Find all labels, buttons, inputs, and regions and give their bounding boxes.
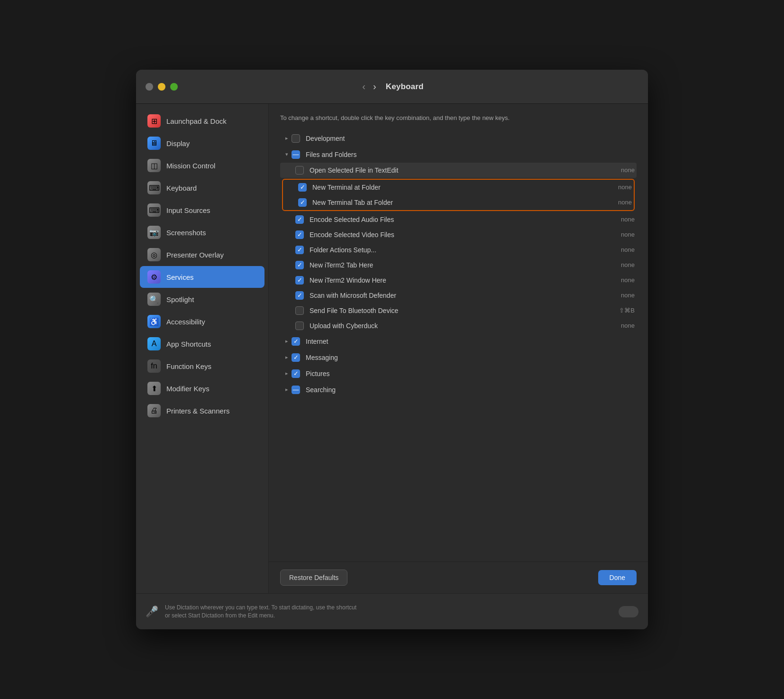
sidebar-item-fnkeys[interactable]: fnFunction Keys xyxy=(140,355,264,377)
service-checkbox[interactable]: ✓ xyxy=(298,183,307,192)
category-row-pictures[interactable]: ▸✓Pictures xyxy=(280,366,637,382)
sidebar-item-keyboard[interactable]: ⌨Keyboard xyxy=(140,177,264,199)
sidebar-item-input[interactable]: ⌨Input Sources xyxy=(140,199,264,221)
category-checkbox-messaging[interactable]: ✓ xyxy=(292,353,300,362)
service-label: New iTerm2 Window Here xyxy=(310,276,599,284)
sidebar-item-mission[interactable]: ◫Mission Control xyxy=(140,155,264,176)
category-row-development[interactable]: ▸Development xyxy=(280,130,637,147)
service-checkbox[interactable]: ✓ xyxy=(295,215,304,224)
service-checkbox[interactable]: ✓ xyxy=(295,246,304,254)
service-shortcut: none xyxy=(606,292,635,299)
sidebar: ⊞Launchpad & Dock🖥Display◫Mission Contro… xyxy=(136,104,269,593)
category-checkbox-development[interactable] xyxy=(292,134,300,143)
nav-forward-button[interactable]: › xyxy=(371,81,378,92)
sidebar-item-spotlight[interactable]: 🔍Spotlight xyxy=(140,288,264,310)
chevron-icon: ▸ xyxy=(282,354,292,360)
service-shortcut: none xyxy=(603,184,632,191)
service-checkbox[interactable] xyxy=(295,322,304,330)
service-checkbox[interactable]: ✓ xyxy=(298,198,307,207)
sidebar-item-label: Launchpad & Dock xyxy=(166,117,227,125)
close-button[interactable] xyxy=(146,83,153,91)
service-checkbox[interactable] xyxy=(295,166,304,175)
service-checkbox[interactable] xyxy=(295,306,304,315)
service-row[interactable]: ✓Encode Selected Video Filesnone xyxy=(280,227,637,242)
service-row[interactable]: ✓Encode Selected Audio Filesnone xyxy=(280,212,637,227)
category-label: Pictures xyxy=(306,370,330,377)
maximize-button[interactable] xyxy=(170,83,178,91)
titlebar: ‹ › Keyboard xyxy=(136,70,648,104)
nav-arrows: ‹ › xyxy=(360,81,378,92)
sidebar-item-display[interactable]: 🖥Display xyxy=(140,132,264,154)
category-checkbox-files_and_folders[interactable]: — xyxy=(292,150,300,159)
mission-icon: ◫ xyxy=(147,159,161,172)
service-row[interactable]: ✓New iTerm2 Tab Herenone xyxy=(280,258,637,273)
service-shortcut: none xyxy=(606,276,635,284)
service-checkbox[interactable]: ✓ xyxy=(295,291,304,300)
keyboard-icon: ⌨ xyxy=(147,181,161,194)
service-label: New Terminal Tab at Folder xyxy=(312,199,596,206)
sidebar-item-launchpad[interactable]: ⊞Launchpad & Dock xyxy=(140,110,264,132)
service-shortcut: none xyxy=(606,261,635,268)
sidebar-item-printers[interactable]: 🖨 Printers & Scanners xyxy=(140,400,264,422)
category-row-files_and_folders[interactable]: ▾—Files and Folders xyxy=(280,147,637,163)
service-row[interactable]: ✓Scan with Microsoft Defendernone xyxy=(280,288,637,303)
sidebar-item-label: Presenter Overlay xyxy=(166,251,224,259)
sidebar-item-appshortcuts[interactable]: AApp Shortcuts xyxy=(140,333,264,355)
sidebar-item-label: Spotlight xyxy=(166,295,194,304)
window-title: Keyboard xyxy=(386,82,424,92)
category-label: Internet xyxy=(306,338,328,345)
input-icon: ⌨ xyxy=(147,203,161,217)
spotlight-icon: 🔍 xyxy=(147,293,161,306)
service-row[interactable]: ✓New Terminal Tab at Foldernone xyxy=(283,195,634,210)
display-icon: 🖥 xyxy=(147,137,161,150)
instruction-text: To change a shortcut, double click the k… xyxy=(280,113,637,123)
sidebar-item-label: Display xyxy=(166,139,190,147)
category-row-messaging[interactable]: ▸✓Messaging xyxy=(280,350,637,366)
service-row[interactable]: Open Selected File in TextEditnone xyxy=(280,163,637,178)
service-row[interactable]: ✓Folder Actions Setup...none xyxy=(280,242,637,258)
service-checkbox[interactable]: ✓ xyxy=(295,261,304,269)
sidebar-item-label: Mission Control xyxy=(166,162,215,170)
service-checkbox[interactable]: ✓ xyxy=(295,230,304,239)
sidebar-item-services[interactable]: ⚙Services xyxy=(140,266,264,288)
service-shortcut: none xyxy=(606,216,635,223)
sidebar-item-label: Input Sources xyxy=(166,206,210,214)
shortcuts-scroll[interactable]: ▸Development▾—Files and FoldersOpen Sele… xyxy=(280,130,637,554)
category-row-searching[interactable]: ▸—Searching xyxy=(280,382,637,398)
sidebar-item-label: Services xyxy=(166,273,194,281)
main-window: ‹ › Keyboard ⊞Launchpad & Dock🖥Display◫M… xyxy=(136,70,648,629)
dictation-toggle[interactable] xyxy=(619,606,638,617)
services-icon: ⚙ xyxy=(147,270,161,284)
panel-inner: To change a shortcut, double click the k… xyxy=(269,104,648,561)
modifier-icon: ⬆ xyxy=(147,382,161,395)
restore-defaults-button[interactable]: Restore Defaults xyxy=(280,570,347,586)
dictation-icon: 🎤 xyxy=(146,606,158,618)
sidebar-item-modifier[interactable]: ⬆Modifier Keys xyxy=(140,377,264,399)
sidebar-item-screenshots[interactable]: 📷Screenshots xyxy=(140,221,264,243)
chevron-icon: ▸ xyxy=(282,386,292,393)
service-checkbox[interactable]: ✓ xyxy=(295,276,304,285)
sidebar-item-label: App Shortcuts xyxy=(166,340,211,348)
sidebar-item-label: Function Keys xyxy=(166,362,211,370)
category-checkbox-internet[interactable]: ✓ xyxy=(292,337,300,346)
sidebar-item-label: Modifier Keys xyxy=(166,385,210,393)
launchpad-icon: ⊞ xyxy=(147,114,161,128)
category-label: Messaging xyxy=(306,354,338,361)
category-checkbox-searching[interactable]: — xyxy=(292,386,300,394)
minimize-button[interactable] xyxy=(158,83,165,91)
service-row[interactable]: Send File To Bluetooth Device⇧⌘B xyxy=(280,303,637,318)
service-label: Folder Actions Setup... xyxy=(310,246,599,254)
service-shortcut: none xyxy=(603,199,632,206)
category-row-internet[interactable]: ▸✓Internet xyxy=(280,333,637,350)
service-row[interactable]: ✓New iTerm2 Window Herenone xyxy=(280,273,637,288)
category-checkbox-pictures[interactable]: ✓ xyxy=(292,369,300,378)
done-button[interactable]: Done xyxy=(598,570,637,585)
service-row[interactable]: Upload with Cyberducknone xyxy=(280,318,637,333)
service-row[interactable]: ✓New Terminal at Foldernone xyxy=(283,180,634,195)
nav-back-button[interactable]: ‹ xyxy=(360,81,367,92)
service-label: Scan with Microsoft Defender xyxy=(310,292,599,299)
sidebar-item-accessibility[interactable]: ♿Accessibility xyxy=(140,311,264,332)
sidebar-item-presenter[interactable]: ◎Presenter Overlay xyxy=(140,244,264,266)
service-shortcut: none xyxy=(606,246,635,253)
service-label: Open Selected File in TextEdit xyxy=(310,166,599,174)
